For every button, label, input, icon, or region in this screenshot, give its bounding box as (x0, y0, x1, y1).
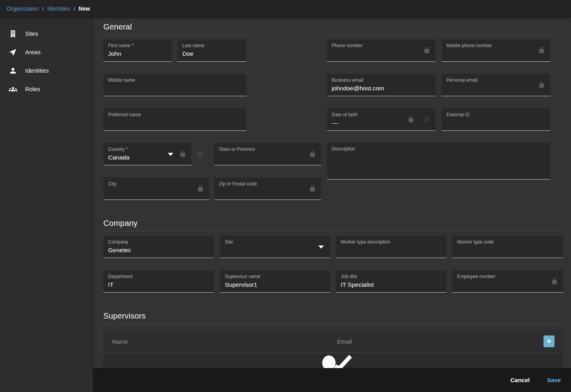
field-value: John (108, 50, 167, 58)
first-name-field[interactable]: First name * John (103, 39, 172, 62)
top-bar: Organization / Identities / New (0, 0, 571, 17)
chevron-down-icon[interactable] (168, 153, 173, 156)
field-label: External ID (446, 112, 545, 118)
job-title-field[interactable]: Job title IT Specialist (336, 270, 446, 293)
worker-type-code-field[interactable]: Worker type code (452, 236, 563, 258)
supervisors-table: Name Email + (103, 330, 563, 368)
sidebar-item-label: Identities (25, 67, 49, 74)
breadcrumb-organization[interactable]: Organization (7, 5, 39, 12)
employee-number-field: Employee number (452, 270, 563, 293)
field-label: Zip or Postal code (219, 181, 316, 187)
worker-type-description-field[interactable]: Worker type description (336, 236, 446, 258)
business-email-field[interactable]: Business email johndoe@host.com (327, 74, 435, 96)
field-label: Preferred name (108, 112, 242, 118)
breadcrumb-identities[interactable]: Identities (47, 5, 70, 12)
site-select[interactable]: Site (220, 236, 330, 258)
field-label: Business email (332, 77, 431, 83)
state-province-field: State or Province (214, 143, 321, 165)
bottom-action-bar: Cancel Save (93, 368, 571, 392)
column-header-name: Name (112, 338, 128, 345)
personal-email-field: Personal email (442, 74, 550, 96)
lock-icon (179, 150, 186, 158)
zip-postal-code-field: Zip or Postal code (214, 178, 321, 200)
external-id-field[interactable]: External ID (442, 108, 550, 131)
clear-icon[interactable] (422, 115, 431, 124)
supervisors-table-header: Name Email + (103, 330, 563, 353)
section-divider (103, 35, 563, 35)
people-group-icon (9, 85, 17, 93)
date-of-birth-field[interactable]: Date of birth — (327, 108, 435, 131)
middle-name-field[interactable]: Middle name (103, 74, 246, 96)
sidebar-item-sites[interactable]: Sites (0, 24, 92, 43)
lock-icon (551, 278, 558, 285)
lock-icon (197, 185, 204, 192)
field-value: IT Specialist (341, 281, 442, 289)
field-label: Country * (108, 147, 187, 152)
field-label: Job title (341, 274, 442, 280)
breadcrumb-new: New (79, 5, 90, 12)
supervisors-section-title: Supervisors (103, 311, 146, 321)
save-button[interactable]: Save (546, 374, 562, 386)
breadcrumb-separator: / (73, 6, 75, 12)
main-content: General First name * John Last name Doe … (93, 17, 571, 392)
field-label: Mobile phone number (446, 43, 545, 49)
lock-icon (309, 185, 316, 192)
field-label: Site (225, 239, 325, 245)
location-pin-icon (195, 150, 205, 160)
lock-icon (538, 81, 545, 88)
field-value: johndoe@host.com (332, 84, 431, 92)
person-icon (9, 66, 17, 75)
breadcrumb-separator: / (42, 6, 44, 12)
company-field[interactable]: Company Genetec (103, 236, 214, 258)
field-value: — (332, 119, 431, 127)
mobile-phone-number-field: Mobile phone number (442, 39, 550, 62)
field-label: Company (108, 239, 209, 245)
phone-number-field: Phone number (327, 39, 435, 62)
last-name-field[interactable]: Last name Doe (178, 39, 246, 62)
preferred-name-field[interactable]: Preferred name (103, 108, 246, 131)
field-label: Supervisor name (225, 274, 325, 280)
section-divider (103, 324, 563, 324)
field-value: Doe (182, 50, 242, 58)
lock-icon (538, 47, 545, 54)
lock-icon (408, 116, 415, 123)
field-label: Description (332, 146, 545, 152)
sidebar-item-areas[interactable]: Areas (0, 43, 92, 61)
country-select[interactable]: Country * Canada (103, 143, 191, 165)
building-icon (9, 29, 17, 38)
city-field: City (103, 178, 209, 200)
sidebar-item-label: Roles (25, 86, 40, 92)
field-label: Department (108, 274, 209, 280)
field-label: State or Province (219, 147, 316, 152)
department-field[interactable]: Department IT (103, 270, 214, 293)
supervisor-name-field[interactable]: Supervisor name Supervisor1 (220, 270, 330, 293)
field-value: IT (108, 281, 209, 289)
chevron-down-icon[interactable] (318, 245, 324, 249)
field-label: Middle name (108, 77, 242, 83)
sidebar-item-roles[interactable]: Roles (0, 80, 92, 98)
sidebar-item-identities[interactable]: Identities (0, 61, 92, 80)
navigation-arrow-icon (9, 48, 17, 57)
field-label: Worker type code (457, 239, 558, 245)
section-divider (103, 231, 563, 231)
add-supervisor-button[interactable]: + (543, 335, 554, 347)
lock-icon (309, 150, 316, 158)
field-label: Employee number (457, 274, 558, 280)
sidebar-item-label: Areas (25, 49, 40, 55)
cancel-button[interactable]: Cancel (510, 374, 531, 386)
field-label: City (108, 181, 204, 187)
company-section-title: Company (103, 219, 138, 228)
description-field[interactable]: Description (327, 143, 550, 180)
field-label: Personal email (446, 77, 545, 83)
field-label: Last name (182, 43, 242, 49)
general-section-title: General (103, 22, 132, 31)
field-label: Phone number (332, 43, 431, 49)
sidebar-item-label: Sites (25, 30, 38, 37)
field-value: Supervisor1 (225, 281, 325, 289)
field-value: Canada (108, 154, 187, 161)
field-label: First name * (108, 43, 167, 49)
field-label: Date of birth (332, 112, 431, 118)
sidebar: Sites Areas Identities Roles (0, 17, 93, 392)
column-header-email: Email (337, 338, 352, 345)
field-label: Worker type description (341, 239, 442, 245)
